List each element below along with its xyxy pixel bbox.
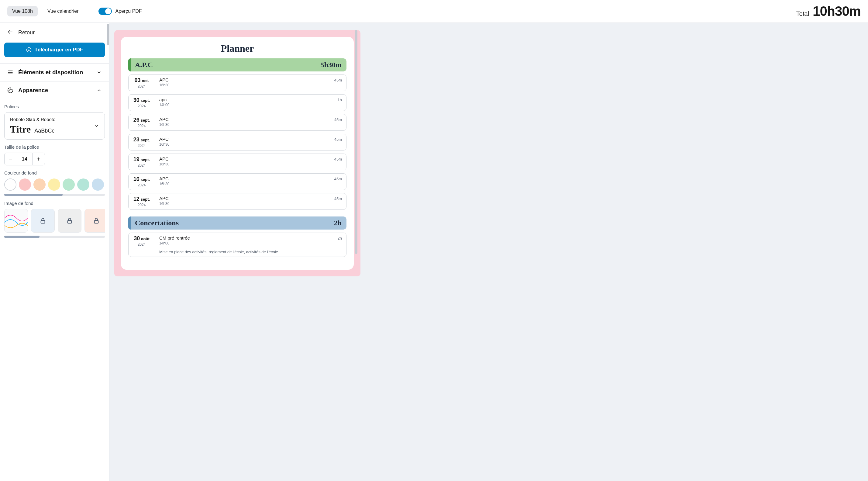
entry-year: 2024 (138, 163, 146, 168)
bg-color-swatch[interactable] (19, 178, 31, 191)
font-preview-body: AaBbCc (34, 128, 54, 134)
view-calendar-button[interactable]: Vue calendrier (42, 6, 84, 17)
entry-month: sept. (141, 98, 150, 103)
back-button[interactable]: Retour (0, 23, 109, 42)
palette-icon (7, 87, 13, 93)
bg-color-swatch[interactable] (63, 178, 75, 191)
entry-desc: Mise en place des activités, règlement d… (159, 250, 338, 254)
fonts-label: Polices (4, 104, 105, 109)
group-header: A.P.C5h30m (128, 58, 346, 71)
topbar: Vue 108h Vue calendrier Aperçu PDF Total… (0, 0, 868, 23)
entry: 12sept.2024APC16h3045m (128, 193, 346, 210)
bg-image-label: Image de fond (4, 201, 105, 206)
entry-year: 2024 (138, 124, 146, 128)
entry-month: sept. (141, 118, 150, 123)
view-108h-button[interactable]: Vue 108h (7, 6, 38, 17)
main-scrollbar[interactable] (355, 30, 358, 254)
entry-month: sept. (141, 177, 150, 182)
entry-day: 16 (133, 176, 140, 182)
entry-divider (155, 235, 155, 254)
entry-title: APC (159, 137, 334, 142)
bg-color-swatch[interactable] (92, 178, 104, 191)
group-header: Concertations2h (128, 216, 346, 230)
font-preview-title: Titre (10, 124, 31, 135)
page: Planner A.P.C5h30m03oct.2024APC16h3045m3… (121, 37, 354, 270)
group-duration: 2h (334, 219, 342, 227)
font-select[interactable]: Roboto Slab & Roboto Titre AaBbCc (4, 112, 105, 140)
topbar-left: Vue 108h Vue calendrier Aperçu PDF (7, 6, 142, 17)
elements-section-title: Éléments et disposition (18, 69, 83, 76)
entry-time: 16h30 (159, 162, 334, 166)
font-size-label: Taille de la police (4, 144, 105, 150)
pdf-preview-toggle-wrap: Aperçu PDF (98, 8, 142, 15)
entry-day: 30 (134, 235, 140, 242)
font-size-stepper: − + (4, 153, 105, 166)
appearance-section-title: Apparence (18, 87, 48, 94)
entry-day: 30 (133, 97, 140, 103)
appearance-section-body: Polices Roboto Slab & Roboto Titre AaBbC… (0, 104, 109, 244)
entry-year: 2024 (138, 203, 146, 207)
svg-rect-10 (95, 220, 98, 223)
bg-image-thumb-2[interactable] (31, 209, 55, 233)
bg-image-thumb-1[interactable] (4, 209, 28, 233)
sidebar-scrollbar[interactable] (107, 24, 109, 45)
entry-divider (155, 196, 155, 207)
entry-year: 2024 (138, 104, 146, 108)
back-label: Retour (18, 29, 35, 36)
pdf-preview-toggle[interactable] (98, 8, 112, 15)
bg-color-swatch[interactable] (77, 178, 89, 191)
font-size-plus-button[interactable]: + (32, 153, 45, 166)
group-duration: 5h30m (321, 61, 342, 69)
download-label: Télécharger en PDF (35, 47, 83, 53)
sidebar: Retour Télécharger en PDF Éléments et di… (0, 23, 110, 481)
entry-divider (155, 156, 155, 168)
entry-day: 19 (133, 156, 140, 163)
chevron-down-icon (94, 123, 99, 129)
group-name: Concertations (135, 219, 179, 227)
entry-body: APC16h30 (159, 137, 334, 147)
bg-color-swatch[interactable] (4, 178, 17, 191)
entry-title: APC (159, 156, 334, 161)
entry-date: 03oct.2024 (133, 77, 150, 88)
entry: 26sept.2024APC16h3045m (128, 114, 346, 131)
elements-section-toggle[interactable]: Éléments et disposition (0, 63, 109, 81)
entry-divider (155, 176, 155, 187)
page-canvas: Planner A.P.C5h30m03oct.2024APC16h3045m3… (114, 30, 361, 276)
entry-year: 2024 (138, 84, 146, 88)
entry-date: 30sept.2024 (133, 97, 150, 108)
entry-time: 16h30 (159, 123, 334, 127)
entry-month: sept. (141, 138, 150, 142)
chevron-up-icon (96, 88, 102, 93)
bg-color-label: Couleur de fond (4, 170, 105, 175)
entry-time: 16h30 (159, 83, 334, 87)
bg-image-scrollbar[interactable] (4, 236, 105, 238)
download-pdf-button[interactable]: Télécharger en PDF (4, 42, 105, 57)
entry-duration: 45m (334, 78, 342, 82)
bg-image-thumb-3[interactable] (58, 209, 82, 233)
entry: 19sept.2024APC16h3045m (128, 154, 346, 170)
bg-image-thumb-4[interactable] (85, 209, 105, 233)
entry-duration: 45m (334, 157, 342, 161)
font-size-minus-button[interactable]: − (4, 153, 17, 166)
bg-color-swatches (4, 178, 105, 191)
entry: 03oct.2024APC16h3045m (128, 74, 346, 91)
appearance-section-toggle[interactable]: Apparence (0, 81, 109, 99)
entry-time: 16h30 (159, 182, 334, 186)
arrow-left-icon (7, 29, 13, 36)
font-size-input[interactable] (17, 153, 32, 166)
entry-month: sept. (141, 157, 150, 162)
entry-month: sept. (141, 197, 150, 202)
entry-day: 03 (134, 77, 141, 84)
entry-date: 23sept.2024 (133, 137, 150, 148)
swatch-scrollbar[interactable] (4, 194, 105, 196)
page-title: Planner (128, 43, 346, 54)
entry-divider (155, 77, 155, 88)
entry-duration: 45m (334, 197, 342, 201)
bg-color-swatch[interactable] (48, 178, 60, 191)
entry-time: 16h30 (159, 142, 334, 147)
group: Concertations2h30août2024CM pré rentrée1… (128, 216, 346, 257)
bg-color-swatch[interactable] (33, 178, 45, 191)
entry-date: 16sept.2024 (133, 176, 150, 187)
svg-rect-8 (41, 220, 45, 223)
entry-month: août (141, 237, 149, 241)
